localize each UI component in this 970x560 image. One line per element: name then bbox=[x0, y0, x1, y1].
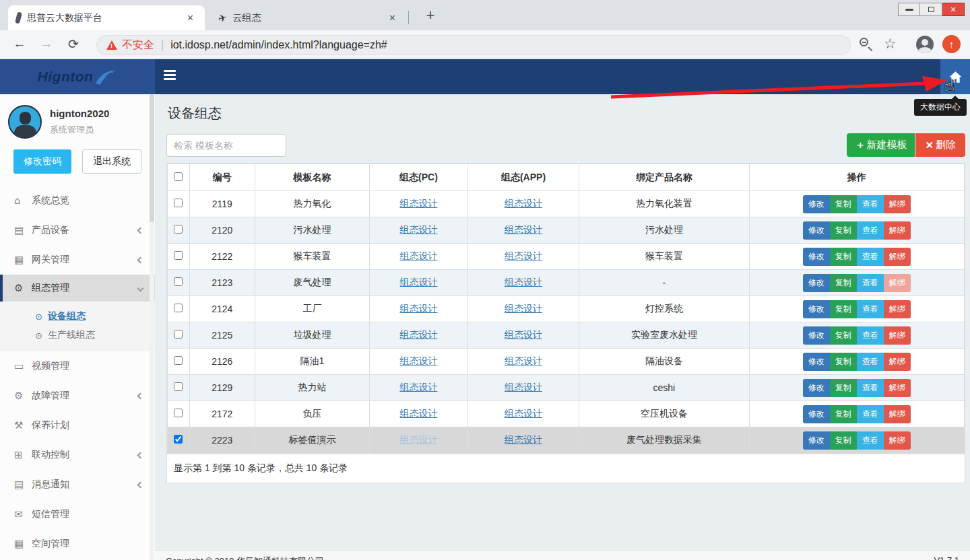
tab2-close-icon[interactable]: ✕ bbox=[386, 11, 399, 24]
url-text[interactable]: iot.idosp.net/admin/index.html?language=… bbox=[170, 39, 387, 51]
browser-update-icon[interactable]: ↑ bbox=[942, 35, 961, 53]
sidebar-item-10[interactable]: ▦空间管理 bbox=[0, 529, 155, 559]
sidebar-item-3[interactable]: ⚙组态管理 bbox=[0, 275, 155, 302]
search-input[interactable] bbox=[166, 134, 286, 157]
close-button[interactable]: ✕ bbox=[942, 3, 965, 16]
unbind-button[interactable]: 解绑 bbox=[884, 248, 911, 266]
delete-button[interactable]: ✕删除 bbox=[915, 133, 965, 157]
copy-button[interactable]: 复制 bbox=[830, 248, 857, 266]
pc-config-link[interactable]: 组态设计 bbox=[399, 382, 437, 392]
sidebar-scrollbar-thumb[interactable] bbox=[150, 94, 154, 222]
unbind-button[interactable]: 解绑 bbox=[884, 221, 911, 240]
pc-config-link[interactable]: 组态设计 bbox=[399, 329, 437, 340]
edit-button[interactable]: 修改 bbox=[803, 431, 830, 450]
copy-button[interactable]: 复制 bbox=[830, 300, 857, 318]
pc-config-link[interactable]: 组态设计 bbox=[399, 408, 437, 419]
app-config-link[interactable]: 组态设计 bbox=[505, 382, 542, 392]
select-all-checkbox[interactable] bbox=[174, 172, 183, 181]
view-button[interactable]: 查看 bbox=[857, 431, 884, 450]
view-button[interactable]: 查看 bbox=[857, 326, 884, 345]
row-checkbox[interactable] bbox=[174, 382, 183, 391]
sidebar-subitem[interactable]: ⊙设备组态 bbox=[0, 307, 155, 326]
row-checkbox[interactable] bbox=[174, 409, 183, 417]
copy-button[interactable]: 复制 bbox=[830, 221, 857, 240]
edit-button[interactable]: 修改 bbox=[803, 274, 830, 292]
copy-button[interactable]: 复制 bbox=[830, 405, 857, 423]
sidebar-scrollbar[interactable] bbox=[150, 94, 154, 560]
app-config-link[interactable]: 组态设计 bbox=[505, 434, 542, 445]
copy-button[interactable]: 复制 bbox=[830, 379, 857, 397]
pc-config-link[interactable]: 组态设计 bbox=[399, 198, 437, 209]
copy-button[interactable]: 复制 bbox=[830, 274, 857, 292]
view-button[interactable]: 查看 bbox=[857, 248, 884, 266]
row-checkbox[interactable] bbox=[174, 356, 183, 365]
row-checkbox[interactable] bbox=[174, 199, 183, 207]
copy-button[interactable]: 复制 bbox=[830, 326, 857, 345]
restore-button[interactable] bbox=[920, 3, 942, 16]
copy-button[interactable]: 复制 bbox=[830, 353, 857, 371]
app-config-link[interactable]: 组态设计 bbox=[505, 329, 542, 340]
security-warning-label[interactable]: 不安全 bbox=[122, 38, 154, 53]
app-config-link[interactable]: 组态设计 bbox=[505, 250, 542, 261]
edit-button[interactable]: 修改 bbox=[803, 195, 830, 213]
row-checkbox[interactable] bbox=[174, 304, 183, 312]
view-button[interactable]: 查看 bbox=[857, 300, 884, 318]
sidebar-item-4[interactable]: ▭视频管理 bbox=[0, 351, 155, 381]
unbind-button[interactable]: 解绑 bbox=[884, 195, 911, 213]
bookmark-star-icon[interactable]: ☆ bbox=[884, 36, 897, 52]
row-checkbox[interactable] bbox=[174, 435, 183, 444]
edit-button[interactable]: 修改 bbox=[803, 405, 830, 423]
app-config-link[interactable]: 组态设计 bbox=[505, 355, 542, 366]
unbind-button[interactable]: 解绑 bbox=[884, 405, 911, 423]
copy-button[interactable]: 复制 bbox=[830, 195, 857, 213]
view-button[interactable]: 查看 bbox=[857, 274, 884, 292]
row-checkbox[interactable] bbox=[174, 330, 183, 339]
app-config-link[interactable]: 组态设计 bbox=[505, 303, 542, 314]
edit-button[interactable]: 修改 bbox=[803, 221, 830, 240]
address-bar[interactable]: 不安全 | iot.idosp.net/admin/index.html?lan… bbox=[96, 35, 851, 55]
view-button[interactable]: 查看 bbox=[857, 379, 884, 397]
edit-button[interactable]: 修改 bbox=[803, 300, 830, 318]
pc-config-link[interactable]: 组态设计 bbox=[399, 250, 437, 261]
profile-avatar-icon[interactable] bbox=[916, 36, 934, 53]
row-checkbox[interactable] bbox=[174, 225, 183, 234]
sidebar-item-2[interactable]: ▦网关管理 bbox=[0, 245, 155, 275]
unbind-button[interactable]: 解绑 bbox=[884, 274, 911, 292]
pc-config-link[interactable]: 组态设计 bbox=[399, 277, 437, 287]
view-button[interactable]: 查看 bbox=[857, 195, 884, 213]
pc-config-link[interactable]: 组态设计 bbox=[399, 224, 437, 235]
unbind-button[interactable]: 解绑 bbox=[884, 379, 911, 397]
sidebar-item-8[interactable]: ▤消息通知 bbox=[0, 470, 155, 499]
logout-button[interactable]: 退出系统 bbox=[82, 149, 141, 174]
row-checkbox[interactable] bbox=[174, 251, 183, 260]
sidebar-item-9[interactable]: ✉短信管理 bbox=[0, 499, 155, 529]
zoom-out-icon[interactable] bbox=[860, 38, 868, 46]
sidebar-item-7[interactable]: ⊞联动控制 bbox=[0, 440, 155, 470]
new-template-button[interactable]: ＋新建模板 bbox=[847, 133, 915, 157]
new-tab-button[interactable]: + bbox=[420, 7, 441, 26]
forward-icon[interactable]: → bbox=[38, 36, 55, 51]
tab1-close-icon[interactable]: ✕ bbox=[184, 11, 197, 24]
tab-cloud-config[interactable]: ✈ 云组态 ✕ bbox=[210, 5, 407, 30]
minimize-button[interactable] bbox=[898, 3, 920, 16]
app-config-link[interactable]: 组态设计 bbox=[505, 277, 542, 287]
copy-button[interactable]: 复制 bbox=[830, 431, 857, 450]
sidebar-item-1[interactable]: ▤产品设备 bbox=[0, 215, 155, 245]
sidebar-item-6[interactable]: ⚒保养计划 bbox=[0, 411, 155, 440]
change-password-button[interactable]: 修改密码 bbox=[13, 149, 71, 174]
pc-config-link[interactable]: 组态设计 bbox=[399, 303, 437, 314]
pc-config-link[interactable]: 组态设计 bbox=[399, 434, 437, 445]
edit-button[interactable]: 修改 bbox=[803, 379, 830, 397]
edit-button[interactable]: 修改 bbox=[803, 353, 830, 371]
sidebar-item-0[interactable]: ⌂系统总览 bbox=[0, 186, 155, 215]
hamburger-menu-icon[interactable] bbox=[164, 70, 177, 82]
reload-icon[interactable]: ⟳ bbox=[65, 36, 82, 52]
pc-config-link[interactable]: 组态设计 bbox=[399, 355, 437, 366]
back-icon[interactable]: ← bbox=[11, 36, 28, 51]
app-config-link[interactable]: 组态设计 bbox=[505, 198, 542, 209]
view-button[interactable]: 查看 bbox=[857, 353, 884, 371]
unbind-button[interactable]: 解绑 bbox=[884, 431, 911, 450]
sidebar-subitem[interactable]: ⊙生产线组态 bbox=[0, 326, 155, 345]
app-config-link[interactable]: 组态设计 bbox=[505, 408, 542, 419]
app-config-link[interactable]: 组态设计 bbox=[505, 224, 542, 235]
